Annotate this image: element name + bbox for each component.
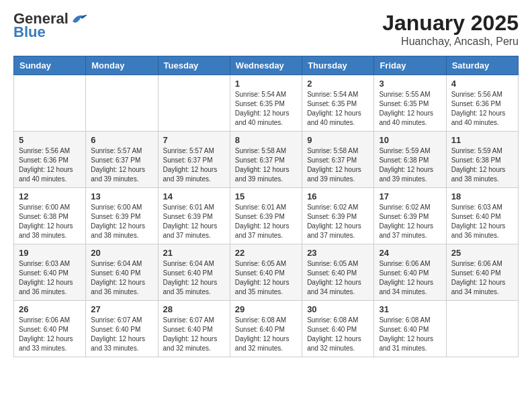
day-number: 21 xyxy=(163,248,225,258)
calendar-subtitle: Huanchay, Ancash, Peru xyxy=(382,36,519,48)
day-number: 26 xyxy=(19,304,81,314)
day-info: Sunrise: 6:08 AMSunset: 6:40 PMDaylight:… xyxy=(379,316,441,353)
day-info: Sunrise: 6:07 AMSunset: 6:40 PMDaylight:… xyxy=(163,316,225,353)
week-row-2: 5Sunrise: 5:56 AMSunset: 6:36 PMDaylight… xyxy=(14,132,519,188)
day-number: 17 xyxy=(379,191,441,201)
calendar-cell: 11Sunrise: 5:59 AMSunset: 6:38 PMDayligh… xyxy=(446,132,518,188)
day-info: Sunrise: 5:54 AMSunset: 6:35 PMDaylight:… xyxy=(307,90,369,128)
day-number: 15 xyxy=(235,191,297,201)
calendar-cell: 17Sunrise: 6:02 AMSunset: 6:39 PMDayligh… xyxy=(374,188,446,244)
calendar-cell: 10Sunrise: 5:59 AMSunset: 6:38 PMDayligh… xyxy=(374,132,446,188)
calendar-cell: 29Sunrise: 6:08 AMSunset: 6:40 PMDayligh… xyxy=(230,301,302,357)
calendar-cell: 8Sunrise: 5:58 AMSunset: 6:37 PMDaylight… xyxy=(230,132,302,188)
calendar-cell: 14Sunrise: 6:01 AMSunset: 6:39 PMDayligh… xyxy=(158,188,230,244)
day-info: Sunrise: 5:59 AMSunset: 6:38 PMDaylight:… xyxy=(451,146,513,184)
day-number: 25 xyxy=(451,248,513,258)
calendar-table: SundayMondayTuesdayWednesdayThursdayFrid… xyxy=(13,56,519,357)
day-info: Sunrise: 6:02 AMSunset: 6:39 PMDaylight:… xyxy=(379,203,441,240)
day-info: Sunrise: 6:08 AMSunset: 6:40 PMDaylight:… xyxy=(235,316,297,353)
day-info: Sunrise: 6:06 AMSunset: 6:40 PMDaylight:… xyxy=(451,259,513,297)
day-info: Sunrise: 6:04 AMSunset: 6:40 PMDaylight:… xyxy=(91,259,152,297)
page: General Blue January 2025 Huanchay, Anca… xyxy=(0,0,532,368)
calendar-cell: 3Sunrise: 5:55 AMSunset: 6:35 PMDaylight… xyxy=(374,75,446,132)
calendar-cell: 24Sunrise: 6:06 AMSunset: 6:40 PMDayligh… xyxy=(374,244,446,301)
calendar-cell: 15Sunrise: 6:01 AMSunset: 6:39 PMDayligh… xyxy=(230,188,302,244)
day-info: Sunrise: 6:00 AMSunset: 6:39 PMDaylight:… xyxy=(91,203,152,240)
day-number: 31 xyxy=(379,304,441,314)
day-number: 29 xyxy=(235,304,297,314)
day-info: Sunrise: 6:01 AMSunset: 6:39 PMDaylight:… xyxy=(163,203,225,240)
weekday-header-friday: Friday xyxy=(374,56,446,75)
calendar-cell: 20Sunrise: 6:04 AMSunset: 6:40 PMDayligh… xyxy=(86,244,158,301)
day-info: Sunrise: 6:03 AMSunset: 6:40 PMDaylight:… xyxy=(19,259,81,297)
day-info: Sunrise: 5:57 AMSunset: 6:37 PMDaylight:… xyxy=(163,146,225,184)
day-info: Sunrise: 6:00 AMSunset: 6:38 PMDaylight:… xyxy=(19,203,81,240)
day-number: 4 xyxy=(451,79,513,89)
day-info: Sunrise: 6:01 AMSunset: 6:39 PMDaylight:… xyxy=(235,203,297,240)
weekday-header-saturday: Saturday xyxy=(446,56,518,75)
day-info: Sunrise: 6:02 AMSunset: 6:39 PMDaylight:… xyxy=(307,203,369,240)
calendar-cell: 22Sunrise: 6:05 AMSunset: 6:40 PMDayligh… xyxy=(230,244,302,301)
logo-bird-icon xyxy=(70,12,87,27)
calendar-cell: 27Sunrise: 6:07 AMSunset: 6:40 PMDayligh… xyxy=(86,301,158,357)
calendar-cell xyxy=(86,75,158,132)
calendar-cell: 26Sunrise: 6:06 AMSunset: 6:40 PMDayligh… xyxy=(14,301,86,357)
day-number: 6 xyxy=(91,135,152,145)
day-info: Sunrise: 5:54 AMSunset: 6:35 PMDaylight:… xyxy=(235,90,297,128)
day-info: Sunrise: 5:56 AMSunset: 6:36 PMDaylight:… xyxy=(19,146,81,184)
day-number: 5 xyxy=(19,135,81,145)
day-number: 22 xyxy=(235,248,297,258)
calendar-cell: 12Sunrise: 6:00 AMSunset: 6:38 PMDayligh… xyxy=(14,188,86,244)
day-number: 13 xyxy=(91,191,152,201)
header: General Blue January 2025 Huanchay, Anca… xyxy=(13,11,519,48)
calendar-cell: 25Sunrise: 6:06 AMSunset: 6:40 PMDayligh… xyxy=(446,244,518,301)
week-row-4: 19Sunrise: 6:03 AMSunset: 6:40 PMDayligh… xyxy=(14,244,519,301)
day-info: Sunrise: 6:06 AMSunset: 6:40 PMDaylight:… xyxy=(19,316,81,353)
day-info: Sunrise: 5:58 AMSunset: 6:37 PMDaylight:… xyxy=(307,146,369,184)
day-number: 2 xyxy=(307,79,369,89)
week-row-1: 1Sunrise: 5:54 AMSunset: 6:35 PMDaylight… xyxy=(14,75,519,132)
day-number: 20 xyxy=(91,248,152,258)
day-number: 12 xyxy=(19,191,81,201)
calendar-cell: 21Sunrise: 6:04 AMSunset: 6:40 PMDayligh… xyxy=(158,244,230,301)
day-number: 11 xyxy=(451,135,513,145)
day-number: 18 xyxy=(451,191,513,201)
day-number: 24 xyxy=(379,248,441,258)
calendar-cell: 7Sunrise: 5:57 AMSunset: 6:37 PMDaylight… xyxy=(158,132,230,188)
day-info: Sunrise: 5:55 AMSunset: 6:35 PMDaylight:… xyxy=(379,90,441,128)
calendar-cell: 2Sunrise: 5:54 AMSunset: 6:35 PMDaylight… xyxy=(302,75,374,132)
calendar-cell: 1Sunrise: 5:54 AMSunset: 6:35 PMDaylight… xyxy=(230,75,302,132)
day-info: Sunrise: 6:04 AMSunset: 6:40 PMDaylight:… xyxy=(163,259,225,297)
calendar-cell xyxy=(158,75,230,132)
day-info: Sunrise: 5:57 AMSunset: 6:37 PMDaylight:… xyxy=(91,146,152,184)
calendar-cell: 6Sunrise: 5:57 AMSunset: 6:37 PMDaylight… xyxy=(86,132,158,188)
day-info: Sunrise: 6:08 AMSunset: 6:40 PMDaylight:… xyxy=(307,316,369,353)
day-number: 23 xyxy=(307,248,369,258)
calendar-title: January 2025 xyxy=(382,11,519,36)
calendar-cell: 4Sunrise: 5:56 AMSunset: 6:36 PMDaylight… xyxy=(446,75,518,132)
day-info: Sunrise: 6:07 AMSunset: 6:40 PMDaylight:… xyxy=(91,316,152,353)
day-info: Sunrise: 6:06 AMSunset: 6:40 PMDaylight:… xyxy=(379,259,441,297)
calendar-cell: 19Sunrise: 6:03 AMSunset: 6:40 PMDayligh… xyxy=(14,244,86,301)
day-number: 16 xyxy=(307,191,369,201)
week-row-5: 26Sunrise: 6:06 AMSunset: 6:40 PMDayligh… xyxy=(14,301,519,357)
calendar-cell: 30Sunrise: 6:08 AMSunset: 6:40 PMDayligh… xyxy=(302,301,374,357)
calendar-cell: 31Sunrise: 6:08 AMSunset: 6:40 PMDayligh… xyxy=(374,301,446,357)
day-number: 1 xyxy=(235,79,297,89)
calendar-cell: 16Sunrise: 6:02 AMSunset: 6:39 PMDayligh… xyxy=(302,188,374,244)
week-row-3: 12Sunrise: 6:00 AMSunset: 6:38 PMDayligh… xyxy=(14,188,519,244)
day-number: 7 xyxy=(163,135,225,145)
day-number: 19 xyxy=(19,248,81,258)
day-info: Sunrise: 5:58 AMSunset: 6:37 PMDaylight:… xyxy=(235,146,297,184)
weekday-header-monday: Monday xyxy=(86,56,158,75)
day-number: 14 xyxy=(163,191,225,201)
weekday-header-sunday: Sunday xyxy=(14,56,86,75)
calendar-cell: 18Sunrise: 6:03 AMSunset: 6:40 PMDayligh… xyxy=(446,188,518,244)
day-number: 9 xyxy=(307,135,369,145)
calendar-cell: 13Sunrise: 6:00 AMSunset: 6:39 PMDayligh… xyxy=(86,188,158,244)
calendar-cell: 9Sunrise: 5:58 AMSunset: 6:37 PMDaylight… xyxy=(302,132,374,188)
day-info: Sunrise: 6:05 AMSunset: 6:40 PMDaylight:… xyxy=(235,259,297,297)
day-number: 27 xyxy=(91,304,152,314)
day-number: 8 xyxy=(235,135,297,145)
day-number: 3 xyxy=(379,79,441,89)
